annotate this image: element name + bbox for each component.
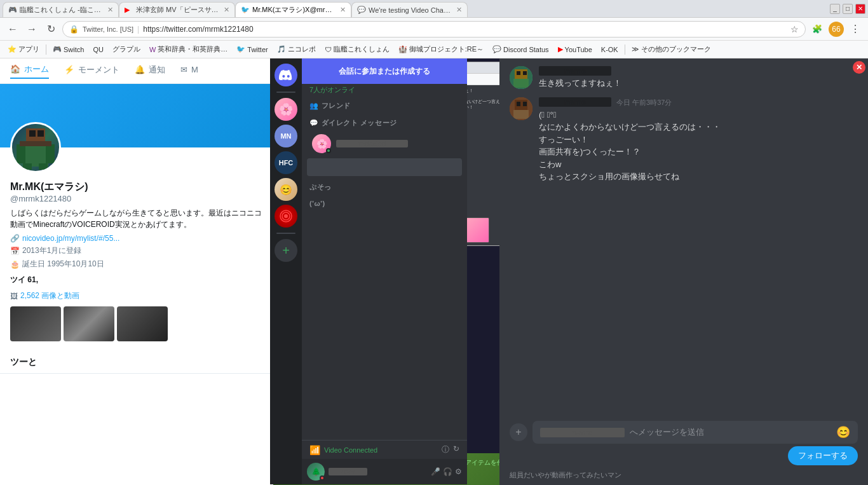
tab2-favicon: ▶ [125,6,133,15]
joined-text: 2013年1月に登録 [22,245,81,256]
snake-label: ('ω') [302,195,467,210]
bookmark-switch[interactable]: 🎮 Switch [49,44,88,55]
reload-button[interactable]: ↻ [43,22,58,37]
address-url[interactable]: https://twitter.com/mrmk1221480 [143,25,787,34]
discord-main-panel: 会話に参加または作成する 7人がオンライ 👥 フレンド 💬 ダイレクト メッセー… [302,58,467,484]
emoji-picker-button[interactable]: 😊 [836,425,850,439]
media-count-text[interactable]: 2,562 画像と動画 [20,290,79,301]
bookmark-youtube[interactable]: ▶ YouTube [554,44,596,55]
shiro-label: 御城プロジェクト:RE～ [409,44,484,54]
msg-line-1: (ﾟ ﾟ°） [539,109,858,121]
settings-button[interactable]: ⚙ [455,467,462,476]
mute-button[interactable]: 🎤 [431,467,440,476]
sidebar-user-mn[interactable]: MN [275,125,297,147]
twitter-nav-home[interactable]: 🏠 ホーム [10,64,49,79]
discord-status-label: Discord Status [503,46,549,53]
msg-text-1: 生き残ってますねぇ！ [539,77,858,90]
sidebar-user-hfc[interactable]: HFC [275,151,297,174]
tab3-close[interactable]: ✕ [340,6,346,14]
extensions-button[interactable]: 🧩 [810,22,825,37]
online-indicator-1 [326,148,331,153]
follow-button-area: フォローする [499,446,868,470]
tab-2[interactable]: ▶ 米津玄師 MV「ピースサイン」 ✕ [119,2,235,17]
tab2-close[interactable]: ✕ [224,6,229,14]
bookmark-kancolle[interactable]: 🛡 臨艦これくしょん [321,43,393,55]
bookmark-shiro[interactable]: 🏰 御城プロジェクト:RE～ [395,43,487,55]
message-content-2: name 今日 午前3時37分 (ﾟ ﾟ°） なにかよくわからないけど一つ言える… [539,97,858,183]
vc-controls: ⓘ ↻ [442,444,459,455]
menu-button[interactable]: ⋮ [848,22,863,37]
address-company: Twitter, Inc. [US] [83,25,133,33]
message-content-1: name 生き残ってますねぇ！ [539,66,858,90]
close-button[interactable]: ✕ [855,4,865,14]
msg-line-6: ちょっとスクショ用の画像撮らせてね [539,170,858,183]
tab-4[interactable]: 💬 We're testing Video Chat... ✕ [351,2,468,17]
tab2-title: 米津玄師 MV「ピースサイン」 [136,5,219,15]
bookmark-apps[interactable]: ⭐ アプリ [4,43,43,55]
join-voice-button[interactable]: 会話に参加または作成する [302,58,467,84]
profile-meta: 🔗 nicovideo.jp/my/mylist/#/55... 📅 2013年… [10,234,263,270]
bookmark-qu[interactable]: QU [89,44,107,55]
link-icon: 🔗 [10,234,20,243]
bookmark-grapple[interactable]: グラプル [109,43,144,55]
follow-button[interactable]: フォローする [788,446,858,465]
message-group-2: name 今日 午前3時37分 (ﾟ ﾟ°） なにかよくわからないけど一つ言える… [510,97,858,183]
minimize-button[interactable]: _ [830,4,840,14]
bookmark-more[interactable]: ≫ その他のブックマーク [628,43,715,55]
svg-rect-21 [513,110,529,119]
window-controls: _ □ ✕ [830,4,865,14]
dm-section-label: 💬 ダイレクト メッセージ [302,113,467,130]
svg-rect-1 [29,130,36,137]
tab-1[interactable]: 🎮 臨艦これくしょん -臨これ- ✕ [3,2,119,17]
tweet-thumb-1[interactable] [10,306,61,341]
dm-item-1[interactable]: 🌸 redacted [304,130,465,157]
tab-3[interactable]: 🐦 Mr.MK(エマラシ)X@mrmk122... ✕ [235,2,351,17]
bookmark-kok[interactable]: K-OK [597,44,622,55]
twitter-label: Twitter [247,46,268,53]
tab1-close[interactable]: ✕ [107,6,113,14]
sidebar-user-anime[interactable]: 🌸 [275,98,297,121]
bookmark-twitter[interactable]: 🐦 Twitter [233,44,271,55]
media-count: 🖼 2,562 画像と動画 [10,290,263,301]
forward-button[interactable]: → [24,22,39,37]
maximize-button[interactable]: □ [843,4,853,14]
sidebar-user-red[interactable] [275,205,297,228]
apps-icon: ⭐ [8,45,17,53]
moments-icon: ⚡ [64,65,74,74]
add-server-button[interactable]: + [275,239,297,262]
friends-icon: 👥 [309,102,319,110]
attach-file-button[interactable]: + [510,423,527,441]
profile-info: Mr.MK(エマラシ) @mrmk1221480 しばらくはだらだらゲームしなが… [10,181,263,341]
tab4-close[interactable]: ✕ [456,6,462,14]
vc-info-button[interactable]: ⓘ [442,444,449,455]
nicorepo-label: ニコレポ [288,44,316,54]
tweets-num: 61, [27,275,38,284]
website-link[interactable]: nicovideo.jp/my/mylist/#/55... [22,234,119,243]
twitter-nav-messages[interactable]: ✉ M [180,65,198,77]
msg-header-1: name [539,66,858,76]
vc-sync-button[interactable]: ↻ [453,444,459,455]
deafen-button[interactable]: 🎧 [443,467,452,476]
bookmark-dict[interactable]: W 英和辞典・和英辞典… [146,43,231,55]
tab1-favicon: 🎮 [8,6,17,15]
bookmark-discord-status[interactable]: 💬 Discord Status [489,44,553,55]
bookmark-star-icon[interactable]: ☆ [790,24,799,34]
home-label: ホーム [24,64,49,75]
tweet-thumb-3[interactable] [117,306,168,341]
back-button[interactable]: ← [5,22,20,37]
twitter-nav-moments[interactable]: ⚡ モーメント [64,64,119,78]
bookmark-nicorepo[interactable]: 🎵 ニコレポ [273,43,320,55]
twitter-nav-notifications[interactable]: 🔔 通知 [135,64,165,78]
profile-website: 🔗 nicovideo.jp/my/mylist/#/55... [10,234,263,243]
birthday-icon: 🎂 [10,260,20,269]
profile-button[interactable]: 66 [829,22,844,37]
close-overlay-button[interactable]: ✕ [853,61,865,74]
discord-home-icon[interactable] [275,64,297,86]
address-bar[interactable]: 🔒 Twitter, Inc. [US] | https://twitter.c… [62,21,806,38]
dm-text-bar[interactable] [307,158,462,176]
sidebar-separator-1 [276,92,295,93]
sidebar-user-face[interactable]: 😊 [275,178,297,201]
messages-label: M [191,65,198,74]
tweet-thumb-2[interactable] [64,306,114,341]
message-input-box[interactable]: name へメッセージを送信 😊 [532,421,858,444]
